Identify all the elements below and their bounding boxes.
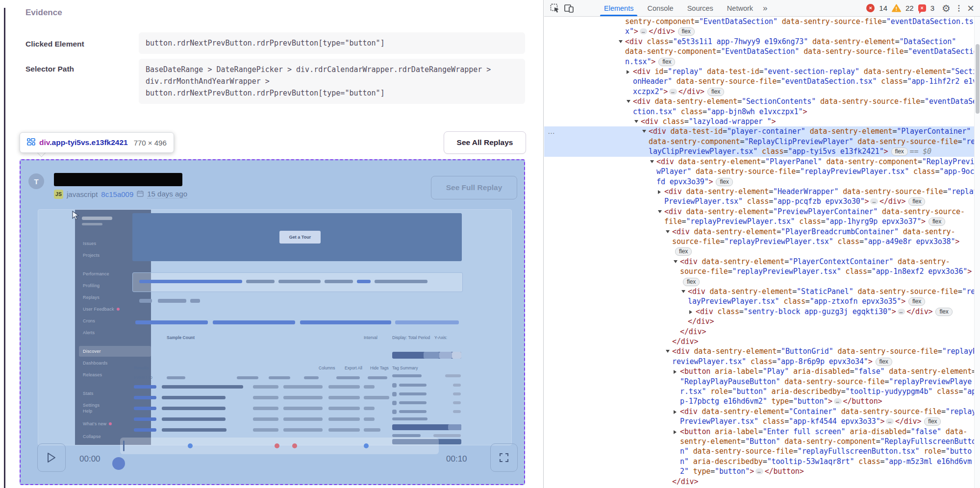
see-all-replays-button[interactable]: See All Replays	[444, 131, 526, 154]
devtools-tree-line[interactable]: <div data-sentry-element="PlayerPanel" d…	[544, 157, 974, 167]
flex-badge[interactable]: flex	[683, 278, 700, 286]
collapsed-children-ellipsis[interactable]: …	[886, 418, 894, 424]
fullscreen-button[interactable]	[490, 443, 518, 472]
collapse-arrow-icon[interactable]	[666, 227, 672, 237]
devtools-tree-line[interactable]: PreviewPlayer.tsx" class="app-kf4544 epv…	[544, 416, 974, 426]
collapsed-children-ellipsis[interactable]: …	[870, 198, 878, 204]
devtools-scrollbar[interactable]	[974, 17, 980, 488]
expand-arrow-icon[interactable]	[674, 407, 680, 416]
devtools-tree-line[interactable]: <div data-sentry-element="PlayerBreadcru…	[544, 227, 974, 237]
timeline-track[interactable]	[120, 438, 439, 454]
expand-arrow-icon[interactable]	[674, 366, 680, 376]
collapsed-children-ellipsis[interactable]: …	[834, 398, 842, 404]
flex-badge[interactable]: flex	[716, 178, 732, 186]
devtools-tree-line[interactable]: 2" type="button">…</button>	[544, 466, 974, 476]
error-icon[interactable]: ×	[866, 4, 875, 12]
replay-age[interactable]: 15 days ago	[147, 190, 187, 198]
settings-gear-icon[interactable]: ⚙	[942, 2, 951, 14]
collapse-arrow-icon[interactable]	[674, 257, 680, 267]
flex-badge[interactable]: flex	[876, 358, 892, 366]
devtools-tree-line[interactable]: source-file="replayPreviewPlayer.tsx" cl…	[544, 237, 974, 246]
devtools-tree-line[interactable]: <button aria-label="Enter full screen" a…	[544, 427, 974, 437]
devtools-tree-line[interactable]: sentry-element="Button" data-sentry-comp…	[544, 437, 974, 446]
flex-badge[interactable]: flex	[929, 218, 945, 226]
selected-line-actions-icon[interactable]: …	[548, 126, 555, 136]
devtools-tree-line[interactable]: <div data-sentry-element="ButtonGrid" da…	[544, 346, 974, 356]
devtools-tree-line[interactable]: data-sentry-component="EventDataSection"…	[544, 47, 974, 56]
devtools-tree-line[interactable]: sentry-component="EventDataSection" data…	[544, 17, 974, 26]
expand-arrow-icon[interactable]	[658, 187, 664, 196]
collapse-arrow-icon[interactable]	[642, 126, 649, 136]
see-full-replay-button[interactable]: See Full Replay	[431, 176, 517, 199]
devtools-tree-line[interactable]: onHeader" data-sentry-source-file="event…	[544, 76, 974, 86]
flex-badge[interactable]: flex	[678, 27, 695, 36]
collapse-arrow-icon[interactable]	[681, 287, 688, 296]
more-tabs-icon[interactable]: »	[760, 3, 770, 13]
devtools-tree-line[interactable]: data-sentry-component="ReplayClipPreview…	[544, 137, 974, 146]
collapsed-children-ellipsis[interactable]: …	[669, 89, 677, 95]
expand-arrow-icon[interactable]	[627, 67, 633, 76]
devtools-tree-line[interactable]: <div data-test-id="player-container" dat…	[544, 126, 974, 136]
devtools-tree-line[interactable]: </div>	[544, 327, 974, 337]
devtools-tree-line[interactable]: <div data-sentry-element="PreviewPlayerC…	[544, 207, 974, 217]
collapsed-children-ellipsis[interactable]: …	[640, 28, 648, 34]
devtools-tree-line[interactable]: source-file="replayPreviewPlayer.tsx" cl…	[544, 267, 974, 276]
devtools-tree-line[interactable]: n" aria-describedby="tooltip-53w1aqr8rt"…	[544, 457, 974, 466]
devtools-tree-line[interactable]: flex	[544, 277, 974, 287]
devtools-tree-line[interactable]: r.tsx" role="button" aria-describedby="t…	[544, 387, 974, 396]
collapsed-children-ellipsis[interactable]: …	[755, 468, 763, 474]
devtools-tree-line[interactable]: <div class="lazyload-wrapper ">	[544, 117, 974, 126]
close-devtools-icon[interactable]: ×	[967, 2, 974, 14]
warning-icon[interactable]: !	[892, 4, 901, 12]
collapse-arrow-icon[interactable]	[627, 97, 633, 106]
tab-console[interactable]: Console	[640, 0, 680, 16]
release-link[interactable]: 8c15a009	[101, 190, 133, 198]
flex-badge[interactable]: flex	[935, 308, 952, 316]
devtools-tree-line[interactable]: <div class="sentry-block app-guzg3j egqk…	[544, 307, 974, 317]
collapse-arrow-icon[interactable]	[658, 207, 664, 217]
devtools-tree-line[interactable]: <div data-sentry-element="Container" dat…	[544, 407, 974, 416]
devtools-tree-line[interactable]: layClipPreviewPlayer.tsx" class="app-tyi…	[544, 146, 974, 156]
expand-arrow-icon[interactable]	[674, 427, 680, 437]
flex-badge[interactable]: flex	[891, 147, 908, 156]
flex-badge[interactable]: flex	[908, 297, 925, 306]
devtools-tree-line[interactable]: x">…</div>flex	[544, 26, 974, 36]
devtools-tree-line[interactable]: <button aria-label="Play" aria-disabled=…	[544, 366, 974, 376]
devtools-tree-line[interactable]: <div data-sentry-element="StaticPanel" d…	[544, 287, 974, 296]
devtools-tree-line[interactable]: p-17pbctg e16hd6vm2" type="button">…</bu…	[544, 396, 974, 406]
collapse-arrow-icon[interactable]	[666, 346, 672, 356]
kebab-menu-icon[interactable]: ⋮	[955, 3, 963, 13]
devtools-tree-line[interactable]: <div data-sentry-element="PlayerContextC…	[544, 257, 974, 267]
replay-player-container[interactable]: T JS javascript 8c15a009 15 days ago See…	[20, 159, 525, 485]
devtools-tree-line[interactable]: xczpx2">…</div>flex	[544, 87, 974, 97]
devtools-tree-line[interactable]: <div data-sentry-element="SectionContent…	[544, 97, 974, 106]
devtools-tree-line[interactable]: <div id="replay" data-test-id="event-sec…	[544, 67, 974, 76]
devtools-tree-line[interactable]: "ReplayPlayPauseButton" data-sentry-sour…	[544, 377, 974, 387]
devtools-tree-line[interactable]: </div>	[544, 317, 974, 326]
inspect-element-icon[interactable]	[548, 2, 562, 15]
devtools-tree-line[interactable]: reviewPlayer.tsx" class="app-8r6p9p epvx…	[544, 357, 974, 366]
scrollbar-thumb[interactable]	[976, 44, 980, 114]
devtools-tree-line[interactable]: ction.tsx" class="app-bjn8wh e1vxczpx1">	[544, 107, 974, 117]
devtools-tree-line[interactable]: </div>	[544, 337, 974, 346]
devtools-tree-line[interactable]: <div class="e5t3s1i1 app-7hwyy9 e19x6ng7…	[544, 37, 974, 47]
devtools-tree-line[interactable]: layPreviewPlayer.tsx" class="app-ztxofn …	[544, 296, 974, 306]
devtools-tree-line[interactable]: <div data-sentry-element="HeaderWrapper"…	[544, 187, 974, 196]
devtools-tree-line[interactable]: wPlayer" data-sentry-source-file="replay…	[544, 167, 974, 176]
collapse-arrow-icon[interactable]	[619, 37, 625, 47]
devtools-tree-line[interactable]: fd epvx3o39">flex	[544, 177, 974, 187]
devtools-tree-line[interactable]: n.tsx">flex	[544, 57, 974, 67]
collapse-arrow-icon[interactable]	[634, 117, 641, 126]
issues-icon[interactable]: ×	[918, 4, 926, 12]
collapsed-children-ellipsis[interactable]: …	[898, 309, 905, 315]
devtools-tree-line[interactable]: file="replayPreviewPlayer.tsx" class="ap…	[544, 217, 974, 226]
play-button[interactable]	[37, 443, 66, 472]
flex-badge[interactable]: flex	[924, 417, 941, 426]
flex-badge[interactable]: flex	[658, 58, 675, 66]
tab-network[interactable]: Network	[720, 0, 760, 16]
devtools-tree-line[interactable]: flex	[544, 246, 974, 256]
flex-badge[interactable]: flex	[707, 88, 724, 96]
devtools-tree-line[interactable]: PreviewPlayer.tsx" class="app-pcqfzb epv…	[544, 196, 974, 206]
timeline-scrubber-handle[interactable]	[112, 457, 125, 470]
devtools-tree-line[interactable]: </div>	[544, 477, 974, 487]
